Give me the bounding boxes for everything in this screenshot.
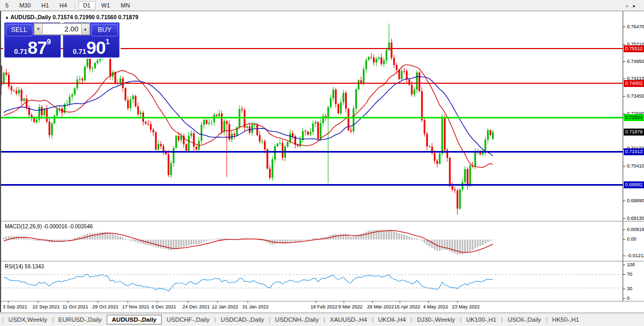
macd-tick-label: 0.008197 xyxy=(627,227,644,232)
panel-collapse-icon[interactable]: ▲ xyxy=(5,15,9,20)
macd-tick-dash xyxy=(623,239,625,240)
sell-price-sup: 9 xyxy=(47,37,51,46)
tab-hk50-h1[interactable]: HK50-,H1 xyxy=(547,315,584,324)
time-axis[interactable]: 3 Sep 202122 Sep 202111 Oct 202129 Oct 2… xyxy=(1,301,644,312)
timeframe-button-w1[interactable]: W1 xyxy=(97,1,115,10)
rsi-tick-dash xyxy=(623,274,625,275)
rsi-label: RSI(14) 59.1343 xyxy=(5,264,44,269)
date-tick-label: 22 Sep 2021 xyxy=(33,304,60,309)
tab-usdcad-daily[interactable]: USDCAD-,Daily xyxy=(216,315,269,324)
tab-ukoil-h4[interactable]: UKOil-,H4 xyxy=(373,315,411,324)
date-tick-mark xyxy=(68,301,68,303)
buy-price-prefix: 0.71 xyxy=(73,47,86,55)
timeframe-button-h4[interactable]: H4 xyxy=(55,1,72,10)
volume-decrease-button[interactable]: ▼ xyxy=(34,23,43,35)
tab-usoil-daily[interactable]: USOil-,Daily xyxy=(503,315,546,324)
price-tick-dash xyxy=(623,96,625,97)
date-tick-mark xyxy=(457,301,458,303)
tab-uk100-h1[interactable]: UK100-,H1 xyxy=(462,315,502,324)
one-click-trading-panel: SELL 0.71879 BUY 0.71901 ▼ 2.00 ▲ xyxy=(4,22,120,58)
chart-header: ▲ AUDUSD-,Daily 0.71574 0.71990 0.71560 … xyxy=(5,14,138,20)
date-tick-label: 3 Sep 2021 xyxy=(3,304,27,309)
level-line[interactable] xyxy=(1,83,623,84)
sell-price-big: 87 xyxy=(28,37,47,58)
tab-scroll-left-icon[interactable]: ◂ xyxy=(625,3,633,9)
price-tick-dash xyxy=(623,61,625,62)
timeframe-button-mn[interactable]: MN xyxy=(116,1,134,10)
date-tick-label: 4 May 2022 xyxy=(423,304,448,309)
date-tick-label: 15 Apr 2022 xyxy=(394,304,420,309)
rsi-tick-dash xyxy=(623,289,625,289)
date-tick-mark xyxy=(428,301,429,303)
timeframe-button-d1[interactable]: D1 xyxy=(78,1,96,10)
macd-tick-label: -0.01212 xyxy=(627,253,644,258)
macd-canvas[interactable] xyxy=(1,221,623,261)
rsi-tick-dash xyxy=(623,298,625,299)
price-axis-line xyxy=(623,11,623,301)
timeframe-button-m30[interactable]: M30 xyxy=(14,1,35,10)
level-price-badge: 0.71013 xyxy=(624,148,644,155)
price-tick-label: 0.70410 xyxy=(627,163,644,169)
macd-tick-label: 0.00 xyxy=(627,236,637,242)
tab-usdchf-daily[interactable]: USDCHF-,Daily xyxy=(162,315,214,324)
rsi-canvas[interactable] xyxy=(1,261,623,301)
volume-spinner: ▼ 2.00 ▲ xyxy=(34,23,90,35)
tab-eurusd-daily[interactable]: EURUSD-,Daily xyxy=(53,315,106,324)
timeframes-toolbar: 5M30H1H4D1W1MN xyxy=(0,0,644,11)
chart-window: ▲ AUDUSD-,Daily 0.71574 0.71990 0.71560 … xyxy=(0,11,644,312)
tab-dj30-weekly[interactable]: DJ30-,Weekly xyxy=(412,315,459,324)
level-line[interactable] xyxy=(1,184,623,186)
date-tick-mark xyxy=(188,301,188,303)
date-tick-mark xyxy=(98,301,98,303)
buy-button[interactable]: BUY xyxy=(91,24,118,36)
price-tick-label: 0.76470 xyxy=(627,24,644,29)
date-tick-label: 29 Oct 2021 xyxy=(92,304,118,309)
volume-increase-button[interactable]: ▲ xyxy=(81,23,90,35)
macd-tick-dash xyxy=(623,256,625,256)
price-tick-dash xyxy=(623,201,625,201)
date-tick-label: 6 Dec 2021 xyxy=(152,304,176,309)
macd-tick-dash xyxy=(623,229,625,230)
current-price-badge: 0.71879 xyxy=(624,129,644,136)
tab-audusd-daily[interactable]: AUDUSD-,Daily xyxy=(107,315,162,324)
date-tick-mark xyxy=(157,301,157,303)
macd-indicator-pane: MACD(12,26,9) -0.000016 -0.003546 xyxy=(1,221,623,261)
date-tick-label: 24 Dec 2021 xyxy=(182,304,210,309)
price-tick-label: 0.68130 xyxy=(627,216,644,221)
date-tick-label: 18 Feb 2022 xyxy=(311,304,338,309)
level-line[interactable] xyxy=(1,117,623,118)
price-tick-dash xyxy=(623,27,625,27)
level-line[interactable] xyxy=(1,151,623,153)
timeframe-button-5[interactable]: 5 xyxy=(1,1,13,10)
mt4-terminal: { "toolbar": {"timeframes": ["5", "M30",… xyxy=(0,0,644,326)
price-tick-dash xyxy=(623,78,625,79)
date-tick-mark xyxy=(316,301,316,303)
level-price-badge: 0.75512 xyxy=(624,45,644,52)
tab-xauusd-h4[interactable]: XAUUSD-,H4 xyxy=(325,315,372,324)
volume-input[interactable]: 2.00 xyxy=(43,23,81,35)
tab-usdcnh-daily[interactable]: USDCNH-,Daily xyxy=(271,315,324,324)
tab-scroll-buttons: ◂▸ xyxy=(625,3,641,9)
timeframe-button-h1[interactable]: H1 xyxy=(37,1,54,10)
chart-ohlc-values: 0.71574 0.71990 0.71560 0.71879 xyxy=(53,14,139,20)
date-tick-mark xyxy=(248,301,248,303)
rsi-tick-label: 100 xyxy=(627,262,635,267)
date-tick-mark xyxy=(8,301,9,303)
chart-symbol-period: AUDUSD-,Daily xyxy=(10,14,51,20)
sell-price-prefix: 0.71 xyxy=(14,47,28,55)
price-tick-dash xyxy=(623,44,625,45)
tab-usdx-weekly[interactable]: USDX,Weekly xyxy=(4,315,52,324)
toolbar-separator xyxy=(75,2,76,9)
sell-button[interactable]: SELL xyxy=(6,24,33,36)
rsi-tick-label: 30 xyxy=(627,286,632,291)
price-tick-label: 0.68890 xyxy=(627,198,644,203)
level-price-badge: 0.74002 xyxy=(624,80,644,87)
level-price-badge: 0.72504 xyxy=(624,114,644,121)
tab-scroll-right-icon[interactable]: ▸ xyxy=(633,3,641,9)
date-tick-label: 17 Nov 2021 xyxy=(122,304,149,309)
price-tick-dash xyxy=(623,166,625,166)
date-tick-label: 28 Mar 2022 xyxy=(367,304,394,309)
price-tick-dash xyxy=(623,218,625,219)
macd-label: MACD(12,26,9) -0.000016 -0.003546 xyxy=(5,224,93,229)
date-tick-label: 31 Jan 2022 xyxy=(242,304,269,309)
